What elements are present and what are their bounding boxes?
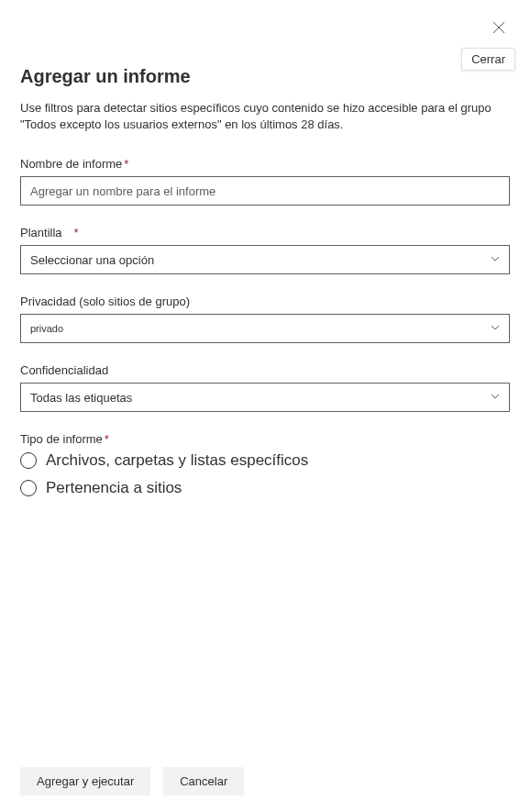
report-name-input[interactable] xyxy=(20,176,510,206)
cancel-button[interactable]: Cancelar xyxy=(163,767,244,795)
report-type-field: Tipo de informe* Archivos, carpetas y li… xyxy=(20,432,510,506)
template-select[interactable]: Seleccionar una opción xyxy=(20,245,510,274)
required-mark: * xyxy=(105,432,109,446)
template-select-wrap: Seleccionar una opción xyxy=(20,245,510,274)
report-name-label: Nombre de informe* xyxy=(20,157,510,171)
sensitivity-select-wrap: Todas las etiquetas xyxy=(20,383,510,412)
header-row: Cerrar xyxy=(20,17,510,39)
close-icon xyxy=(491,20,506,35)
page-description: Use filtros para detectar sitios específ… xyxy=(20,100,510,133)
privacy-field: Privacidad (solo sitios de grupo) privad… xyxy=(20,295,510,343)
radio-label: Archivos, carpetas y listas específicos xyxy=(46,451,308,470)
close-tooltip: Cerrar xyxy=(461,48,515,71)
radio-icon xyxy=(20,452,37,469)
template-label-text: Plantilla xyxy=(20,226,62,239)
privacy-label: Privacidad (solo sitios de grupo) xyxy=(20,295,510,308)
report-type-option-membership[interactable]: Pertenencia a sitios xyxy=(20,479,510,497)
add-and-run-button[interactable]: Agregar y ejecutar xyxy=(20,767,150,795)
radio-label: Pertenencia a sitios xyxy=(46,479,182,497)
sensitivity-select[interactable]: Todas las etiquetas xyxy=(20,383,510,412)
report-name-field: Nombre de informe* xyxy=(20,157,510,206)
report-type-option-files[interactable]: Archivos, carpetas y listas específicos xyxy=(20,451,510,470)
template-field: Plantilla * Seleccionar una opción xyxy=(20,226,510,274)
privacy-select-wrap: privado xyxy=(20,314,510,343)
radio-icon xyxy=(20,480,37,496)
page-title: Agregar un informe xyxy=(20,66,510,87)
required-mark: * xyxy=(124,157,128,171)
report-type-label: Tipo de informe* xyxy=(20,432,510,446)
report-name-label-text: Nombre de informe xyxy=(20,157,122,171)
close-button[interactable] xyxy=(488,17,510,39)
sensitivity-label: Confidencialidad xyxy=(20,363,510,377)
privacy-select[interactable]: privado xyxy=(20,314,510,343)
report-type-radio-group: Archivos, carpetas y listas específicos … xyxy=(20,451,510,497)
sensitivity-field: Confidencialidad Todas las etiquetas xyxy=(20,363,510,412)
template-label: Plantilla * xyxy=(20,226,510,239)
report-type-label-text: Tipo de informe xyxy=(20,432,103,446)
footer: Agregar y ejecutar Cancelar xyxy=(20,752,510,795)
add-report-panel: Cerrar Agregar un informe Use filtros pa… xyxy=(0,0,530,812)
required-mark: * xyxy=(73,226,78,239)
